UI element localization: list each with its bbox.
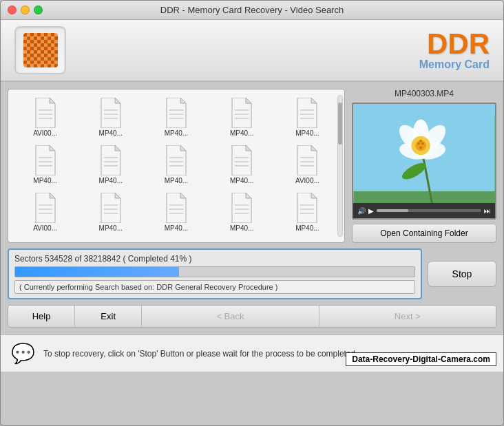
file-item[interactable]: AVI00...	[276, 142, 339, 187]
progress-bar-fill	[15, 267, 179, 277]
bottom-navigation: Help Exit < Back Next >	[8, 305, 496, 328]
open-folder-button[interactable]: Open Containing Folder	[352, 224, 496, 243]
file-icon	[229, 193, 254, 223]
file-icon	[98, 98, 123, 128]
minimize-button[interactable]	[21, 6, 30, 14]
svg-marker-76	[311, 193, 317, 198]
file-icon	[229, 98, 254, 128]
volume-icon[interactable]: 🔊	[357, 207, 366, 215]
info-icon: 💬	[11, 342, 35, 365]
file-item[interactable]: MP40...	[211, 190, 273, 235]
file-icon	[164, 98, 189, 128]
svg-marker-56	[50, 193, 55, 198]
file-icon	[229, 145, 254, 175]
titlebar: DDR - Memory Card Recovery - Video Searc…	[1, 1, 503, 20]
file-label: AVI00...	[295, 177, 319, 184]
window-title: DDR - Memory Card Recovery - Video Searc…	[160, 5, 344, 15]
file-label: MP40...	[33, 177, 56, 184]
file-area[interactable]: AVI00...MP40...MP40...MP40...MP40...MP40…	[8, 89, 345, 243]
file-label: MP40...	[99, 224, 123, 232]
file-icon	[295, 98, 319, 128]
file-item[interactable]: MP40...	[145, 190, 207, 235]
file-item[interactable]: MP40...	[145, 142, 207, 187]
preview-video: 🔊 ▶ ⏭	[352, 103, 496, 220]
exit-button[interactable]: Exit	[75, 306, 142, 327]
brand-ddr: DDR	[419, 30, 490, 58]
file-item[interactable]: MP40...	[79, 142, 142, 187]
progress-bar-wrap	[14, 266, 415, 277]
progress-box: Sectors 534528 of 38218842 ( Completed 4…	[8, 248, 422, 299]
svg-marker-21	[246, 98, 251, 103]
file-icon	[33, 145, 58, 175]
file-item[interactable]: MP40...	[276, 95, 339, 140]
file-label: MP40...	[295, 224, 319, 232]
watermark: Data-Recovery-Digital-Camera.com	[346, 352, 496, 366]
file-label: MP40...	[230, 224, 253, 232]
file-label: MP40...	[165, 224, 188, 232]
svg-marker-31	[50, 145, 55, 151]
file-icon	[33, 98, 58, 128]
status-text: ( Currently performing Search based on: …	[14, 280, 415, 294]
progress-section: Sectors 534528 of 38218842 ( Completed 4…	[8, 248, 496, 299]
next-button[interactable]: Next >	[319, 306, 496, 327]
file-icon	[164, 145, 189, 175]
svg-marker-16	[180, 98, 186, 103]
file-label: MP40...	[99, 177, 123, 184]
file-item[interactable]: AVI00...	[14, 95, 76, 140]
file-label: MP40...	[230, 177, 253, 184]
file-label: MP40...	[99, 129, 123, 137]
svg-marker-26	[311, 98, 317, 103]
svg-marker-41	[180, 145, 186, 151]
video-progress-fill	[377, 209, 408, 212]
file-item[interactable]: MP40...	[211, 95, 273, 140]
file-label: AVI00...	[33, 224, 57, 232]
svg-marker-61	[115, 193, 120, 198]
file-item[interactable]: MP40...	[145, 95, 207, 140]
brand-area: DDR Memory Card	[419, 30, 490, 71]
main-content: AVI00...MP40...MP40...MP40...MP40...MP40…	[1, 82, 503, 334]
file-item[interactable]: MP40...	[79, 190, 142, 235]
svg-marker-6	[50, 98, 55, 103]
file-item[interactable]: MP40...	[211, 142, 273, 187]
preview-filename: MP400303.MP4	[352, 89, 496, 98]
logo-box	[14, 26, 66, 74]
stop-button[interactable]: Stop	[428, 261, 496, 287]
main-window: DDR - Memory Card Recovery - Video Searc…	[0, 0, 504, 426]
file-icon	[98, 145, 123, 175]
svg-marker-11	[115, 98, 120, 103]
svg-rect-3	[23, 33, 58, 67]
file-item[interactable]: MP40...	[14, 142, 76, 187]
svg-point-91	[417, 142, 420, 145]
brand-sub: Memory Card	[419, 58, 490, 71]
help-button[interactable]: Help	[8, 306, 75, 327]
file-label: MP40...	[295, 129, 319, 137]
svg-marker-71	[246, 193, 251, 198]
close-button[interactable]	[8, 6, 17, 14]
file-item[interactable]: AVI00...	[14, 190, 76, 235]
file-grid: AVI00...MP40...MP40...MP40...MP40...MP40…	[14, 95, 339, 235]
video-progress[interactable]	[377, 209, 481, 212]
preview-image	[353, 104, 495, 218]
file-item[interactable]: MP40...	[276, 190, 339, 235]
scrollbar[interactable]	[337, 95, 343, 237]
video-controls[interactable]: 🔊 ▶ ⏭	[353, 203, 495, 218]
scrollbar-thumb	[338, 103, 342, 145]
file-label: MP40...	[230, 129, 253, 137]
file-icon	[164, 193, 189, 223]
file-icon	[295, 193, 319, 223]
file-icon	[295, 145, 319, 175]
content-row: AVI00...MP40...MP40...MP40...MP40...MP40…	[8, 89, 496, 243]
svg-point-92	[421, 142, 424, 145]
maximize-button[interactable]	[34, 6, 43, 14]
header: DDR Memory Card	[1, 20, 503, 82]
titlebar-buttons	[8, 6, 43, 14]
file-item[interactable]: MP40...	[79, 95, 142, 140]
svg-marker-66	[180, 193, 186, 198]
skip-icon[interactable]: ⏭	[484, 207, 491, 215]
svg-point-94	[419, 147, 422, 149]
svg-marker-36	[115, 145, 120, 151]
svg-marker-51	[311, 145, 317, 151]
back-button[interactable]: < Back	[142, 306, 319, 327]
play-icon[interactable]: ▶	[368, 207, 374, 215]
sectors-text: Sectors 534528 of 38218842 ( Completed 4…	[14, 254, 415, 264]
